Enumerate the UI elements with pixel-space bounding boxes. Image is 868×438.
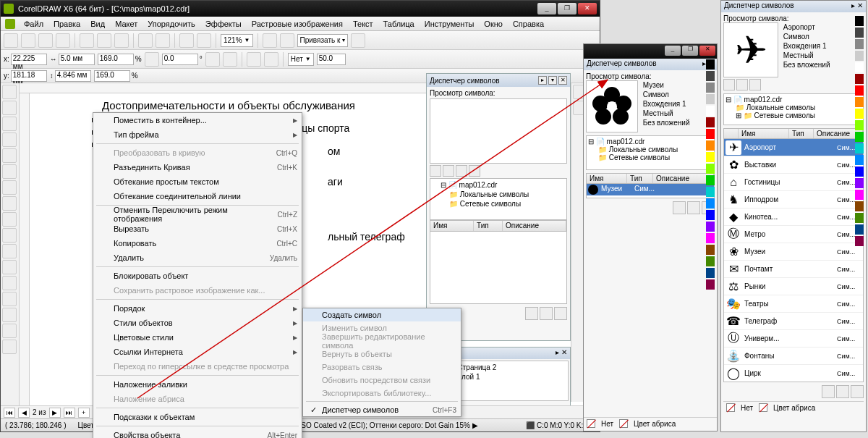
menu-item[interactable]: УдалитьУдалить [93, 250, 302, 265]
menu-layout[interactable]: Макет [111, 18, 142, 30]
color-swatch[interactable] [706, 129, 715, 139]
symbol-list-row[interactable]: ✉ПочтамтСим... [724, 261, 863, 278]
order-button[interactable] [264, 52, 278, 67]
maximize-button[interactable]: ❐ [558, 3, 576, 14]
menu-item[interactable]: Стили объектов [93, 316, 302, 330]
symbol-list-row[interactable]: ❀МузеиСим... [724, 243, 863, 261]
symbol-list-row[interactable]: ◯ЦиркСим... [724, 365, 863, 382]
color-swatch[interactable] [706, 71, 715, 81]
menu-item[interactable]: Наложение заливки [93, 377, 302, 392]
color-swatch[interactable] [855, 28, 864, 38]
docker-expand-button[interactable]: ▸ [538, 76, 547, 85]
shape-tool[interactable] [2, 101, 17, 115]
docker-menu-button[interactable]: ▸ [851, 1, 855, 9]
menu-table[interactable]: Таблица [379, 18, 419, 30]
col-name[interactable]: Имя [430, 221, 474, 231]
context-menu[interactable]: Поместить в контейнер...Тип фреймаПреобр… [93, 112, 302, 438]
no-fill-swatch[interactable] [587, 419, 595, 428]
mirror-v-button[interactable] [223, 52, 237, 67]
menu-item[interactable]: КопироватьCtrl+C [93, 236, 302, 250]
symbol-list[interactable] [430, 232, 567, 304]
minimize-button[interactable]: _ [537, 3, 556, 14]
docker-menu-button[interactable]: ▾ [548, 76, 557, 85]
menu-effects[interactable]: Эффекты [201, 18, 246, 30]
insert-symbol-button[interactable] [673, 201, 686, 214]
import-button[interactable] [179, 33, 194, 48]
publish-button[interactable] [280, 33, 294, 48]
docker-tool-button[interactable] [443, 165, 454, 177]
col-name[interactable]: Имя [587, 174, 627, 183]
menu-item[interactable]: Ссылки Интернета [93, 345, 302, 359]
symbol-submenu[interactable]: Создать символИзменить символЗавершить р… [302, 308, 461, 417]
menu-view[interactable]: Вид [86, 18, 109, 30]
sx-input[interactable]: 169.0 [98, 54, 134, 65]
menu-window[interactable]: Окно [480, 18, 507, 30]
menu-tools[interactable]: Инструменты [420, 18, 479, 30]
rectangle-tool[interactable] [2, 180, 17, 195]
y-input[interactable]: 181.18 мм [11, 70, 47, 82]
docker-titlebar[interactable]: Диспетчер символов ▸ ✕ [721, 1, 866, 12]
color-swatch[interactable] [855, 224, 864, 235]
docker-titlebar[interactable]: Диспетчер символов ▸ ✕ [584, 59, 717, 70]
color-swatch[interactable] [706, 245, 715, 255]
fullscreen-button[interactable] [263, 33, 277, 48]
save-button[interactable] [38, 33, 53, 48]
page-next-button[interactable]: ▶ [49, 408, 61, 418]
color-swatch[interactable] [855, 109, 864, 119]
color-swatch[interactable] [706, 152, 715, 162]
color-swatch[interactable] [706, 83, 715, 93]
zoom-combo[interactable]: 121%▼ [221, 34, 253, 47]
color-swatch[interactable] [855, 39, 864, 49]
text-tool[interactable] [2, 228, 17, 243]
mirror-h-button[interactable] [205, 52, 220, 67]
cut-button[interactable] [80, 33, 94, 48]
color-swatch[interactable] [855, 201, 864, 211]
menu-item[interactable]: Создать символ [303, 308, 461, 321]
col-name[interactable]: Имя [739, 129, 789, 138]
connector-tool[interactable] [2, 276, 17, 290]
color-swatch[interactable] [855, 62, 864, 72]
symbol-list-row[interactable]: Музеи Сим... [587, 184, 714, 195]
color-swatch[interactable] [706, 279, 715, 290]
redo-button[interactable] [156, 33, 170, 48]
page-add-button[interactable]: + [78, 408, 90, 418]
symbol-list[interactable]: ✈АэропортСим...✿ВыставкиСим...⌂Гостиницы… [723, 139, 864, 382]
zoom-tool[interactable] [2, 132, 17, 147]
titlebar[interactable]: CorelDRAW X6 (64 бит) - [C:\maps\map012.… [1, 1, 600, 17]
symbol-list-row[interactable]: ⓂМетроСим... [724, 226, 863, 243]
color-swatch[interactable] [855, 74, 864, 84]
menu-help[interactable]: Справка [509, 18, 548, 30]
outline-width-input[interactable]: 50.0 [317, 54, 346, 65]
snap-combo[interactable]: Привязать к▾ [297, 34, 349, 47]
color-swatch[interactable] [706, 106, 715, 116]
menu-item[interactable]: Обтекание простым текстом [93, 174, 302, 189]
symbol-tree[interactable]: ⊟ 📄 map012.cdr 📁 Локальные символы 📁 Сет… [430, 178, 567, 220]
no-outline-swatch[interactable] [619, 419, 628, 428]
vertical-ruler[interactable] [20, 93, 30, 431]
crop-tool[interactable] [2, 117, 17, 131]
dimension-tool[interactable] [2, 260, 17, 274]
edit-symbol-button[interactable] [687, 201, 700, 214]
menu-item[interactable]: Отменить Переключить режим отображенияCt… [93, 207, 302, 222]
new-button[interactable] [4, 33, 18, 48]
menu-text[interactable]: Текст [349, 18, 378, 30]
color-swatch[interactable] [706, 59, 715, 70]
symbol-list-row[interactable]: ⓊУниверм...Сим... [724, 330, 863, 348]
docker-tool-button[interactable] [749, 79, 761, 90]
menu-item[interactable]: Подсказки к объектам [93, 410, 302, 424]
color-swatch[interactable] [706, 164, 715, 174]
fill-tool[interactable] [2, 340, 17, 354]
page-last-button[interactable]: ⏭ [64, 408, 75, 418]
color-swatch[interactable] [855, 132, 864, 142]
symbol-list[interactable]: Музеи Сим... [586, 184, 715, 198]
page-prev-button[interactable]: ◀ [18, 408, 30, 418]
insert-symbol-button[interactable] [822, 385, 835, 398]
options-button[interactable] [351, 33, 365, 48]
col-desc[interactable]: Описание [503, 221, 566, 231]
docker-tool-button[interactable] [723, 79, 735, 90]
polygon-tool[interactable] [2, 212, 17, 227]
no-fill-swatch[interactable] [726, 403, 735, 412]
color-swatch[interactable] [855, 178, 864, 188]
rot-input[interactable]: 0.0 [162, 54, 198, 65]
color-swatch[interactable] [855, 97, 864, 107]
